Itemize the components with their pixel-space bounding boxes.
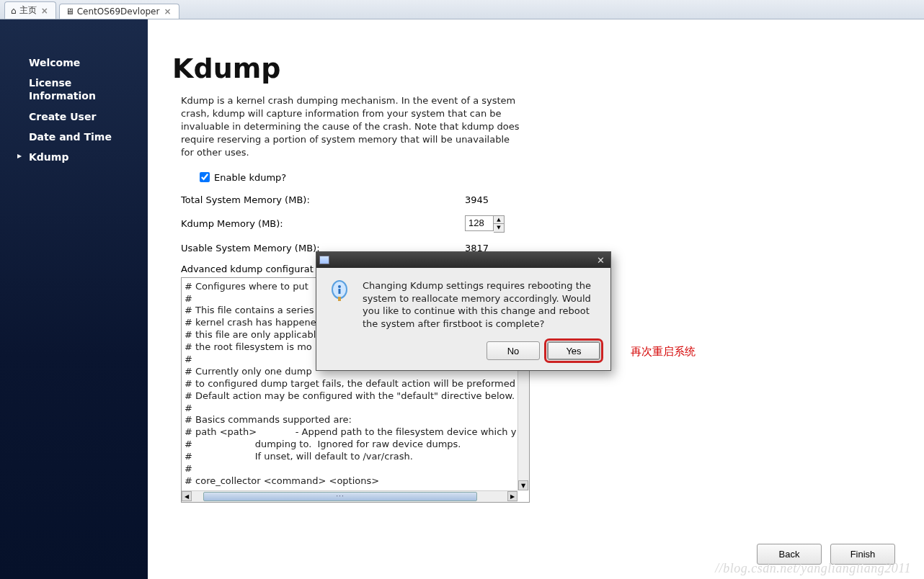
no-button[interactable]: No xyxy=(487,341,540,360)
scroll-thumb[interactable] xyxy=(203,492,477,501)
sidebar-item-create-user[interactable]: Create User xyxy=(0,107,148,127)
dialog-message: Changing Kdump settings requires rebooti… xyxy=(363,279,598,330)
spinner-up-icon[interactable]: ▲ xyxy=(494,216,504,224)
tab-home[interactable]: ⌂ 主页 × xyxy=(4,1,56,19)
close-icon[interactable]: × xyxy=(40,6,50,16)
watermark: //blog.csdn.net/yangliangliang2011 xyxy=(715,561,911,576)
sidebar-item-license[interactable]: License Information xyxy=(0,73,148,106)
enable-kdump-checkbox[interactable] xyxy=(200,172,210,182)
dialog-titlebar[interactable]: ✕ xyxy=(316,252,610,268)
svg-rect-3 xyxy=(339,289,341,294)
kdump-memory-input[interactable] xyxy=(465,215,494,231)
sidebar-item-date-time[interactable]: Date and Time xyxy=(0,127,148,147)
sidebar-item-welcome[interactable]: Welcome xyxy=(0,53,148,73)
home-icon: ⌂ xyxy=(11,6,17,16)
page-title: Kdump xyxy=(172,53,895,84)
info-icon xyxy=(328,279,351,302)
kdump-memory-label: Kdump Memory (MB): xyxy=(181,218,465,229)
sidebar-item-kdump[interactable]: Kdump xyxy=(0,147,148,167)
sidebar: Welcome License Information Create User … xyxy=(0,19,148,579)
tab-vm[interactable]: 🖥 CentOS69Devloper × xyxy=(59,4,179,19)
scroll-right-icon[interactable]: ▶ xyxy=(507,491,517,501)
svg-rect-1 xyxy=(338,297,341,301)
window-tab-bar: ⌂ 主页 × 🖥 CentOS69Devloper × xyxy=(0,0,924,19)
scroll-down-icon[interactable]: ▼ xyxy=(518,480,528,490)
tab-label: 主页 xyxy=(19,4,37,17)
enable-kdump-row: Enable kdump? xyxy=(200,172,895,183)
close-icon[interactable]: × xyxy=(162,6,172,17)
annotation-text: 再次重启系统 xyxy=(631,345,696,359)
window-icon xyxy=(319,256,329,264)
yes-button[interactable]: Yes xyxy=(547,341,600,360)
horizontal-scrollbar[interactable]: ◀ ▶ xyxy=(182,490,517,502)
page-description: Kdump is a kernel crash dumping mechanis… xyxy=(181,94,520,159)
close-icon[interactable]: ✕ xyxy=(594,255,608,266)
confirm-dialog: ✕ Changing Kdump settings requires reboo… xyxy=(316,251,611,371)
vm-icon: 🖥 xyxy=(66,6,74,17)
enable-kdump-label: Enable kdump? xyxy=(214,172,286,183)
scroll-left-icon[interactable]: ◀ xyxy=(182,491,192,501)
svg-point-2 xyxy=(338,285,341,288)
kdump-memory-row: Kdump Memory (MB): ▲ ▼ xyxy=(181,215,895,233)
total-memory-row: Total System Memory (MB): 3945 xyxy=(181,194,895,205)
total-memory-label: Total System Memory (MB): xyxy=(181,194,465,205)
kdump-memory-spinner: ▲ ▼ xyxy=(465,215,505,233)
spinner-down-icon[interactable]: ▼ xyxy=(494,224,504,232)
tab-label: CentOS69Devloper xyxy=(77,6,160,17)
total-memory-value: 3945 xyxy=(465,194,523,205)
